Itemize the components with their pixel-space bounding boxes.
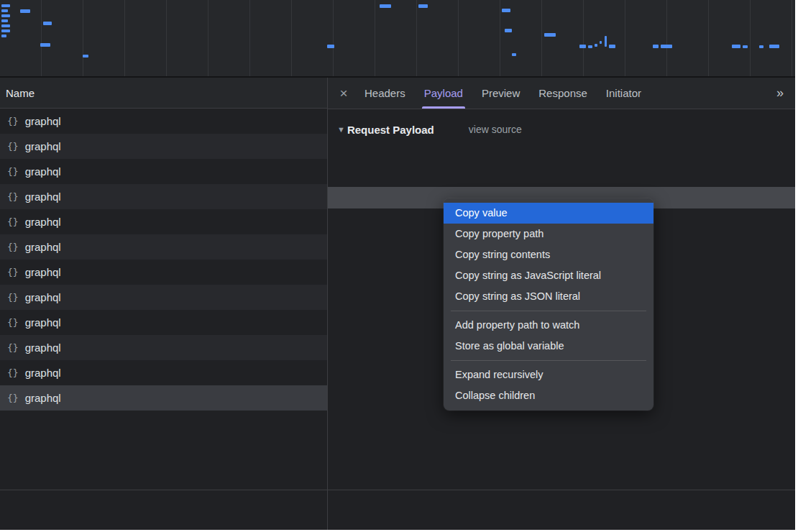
timeline-request-bar [661,45,672,48]
collapse-icon[interactable]: ▼ [337,125,345,134]
menu-item-copy-property-path[interactable]: Copy property path [444,224,653,244]
view-source-link[interactable]: view source [469,124,522,135]
context-menu: Copy value Copy property path Copy strin… [444,198,653,411]
json-icon: {} [7,267,19,278]
timeline-request-bar [769,45,779,48]
request-rows: {} graphql {} graphql {} graphql {} grap… [0,109,327,411]
menu-item-expand-recursively[interactable]: Expand recursively [444,364,653,385]
json-icon: {} [7,191,19,202]
timeline-request-bar [759,45,763,48]
request-name: graphql [25,266,61,278]
more-tabs-icon[interactable]: » [776,86,784,101]
request-name: graphql [25,216,61,228]
request-row[interactable]: {} graphql [0,159,327,184]
request-name: graphql [25,341,61,354]
timeline-request-bar [327,45,334,48]
tree-operationname-line[interactable]: operationName:"ipFlowTimeseries" [328,165,795,187]
timeline-request-bar [1,24,10,27]
tab-headers-label: Headers [364,87,405,99]
name-column-header[interactable]: Name [0,78,327,109]
name-column-label: Name [6,87,35,99]
timeline-request-bar [380,4,391,8]
json-icon: {} [7,342,19,353]
timeline-request-bar [505,29,512,32]
menu-item-copy-string-json-literal[interactable]: Copy string as JSON literal [444,286,653,307]
timeline-request-bar [605,36,607,47]
timeline-request-bar [595,44,597,47]
timeline-request-bar [40,43,50,47]
request-name: graphql [25,367,61,379]
json-icon: {} [7,216,19,227]
timeline-request-bar [1,29,10,32]
menu-item-copy-string-js-literal[interactable]: Copy string as JavaScript literal [444,265,653,286]
section-title: Request Payload [347,124,434,136]
timeline-request-bar [653,45,659,48]
request-row[interactable]: {} graphql [0,335,327,360]
tab-preview-label: Preview [482,87,520,99]
request-row-selected[interactable]: {} graphql [0,385,327,411]
timeline-request-bar [544,33,556,37]
summary-bar-divider [0,490,795,490]
menu-separator [451,360,646,361]
timeline-request-bar [609,45,615,48]
json-icon: {} [7,116,19,127]
detail-tabs-bar: × Headers Payload Preview Response Initi… [328,78,795,109]
timeline-request-bar [732,45,740,48]
json-icon: {} [7,367,19,378]
timeline-request-bar [512,53,516,56]
network-overview-timeline[interactable] [0,0,795,78]
menu-item-copy-value[interactable]: Copy value [444,203,653,224]
request-row[interactable]: {} graphql [0,184,327,209]
timeline-request-bar [1,4,10,7]
menu-separator [451,311,646,311]
tab-payload-label: Payload [424,87,463,99]
menu-item-collapse-children[interactable]: Collapse children [444,385,653,406]
json-icon: {} [7,141,19,152]
tree-root-line[interactable]: ▼{operationName: "ipFlowTimeseries", var… [328,144,795,165]
menu-item-add-property-path-to-watch[interactable]: Add property path to watch [444,315,653,336]
tab-preview[interactable]: Preview [472,78,529,109]
tab-response[interactable]: Response [529,78,597,109]
timeline-request-bar [1,9,8,12]
timeline-request-bar [1,19,8,22]
request-name: graphql [25,115,61,127]
request-name: graphql [25,241,61,253]
request-name: graphql [25,392,61,404]
request-name: graphql [25,165,61,178]
devtools-network-panel: Name {} graphql {} graphql {} graphql {}… [0,0,795,530]
timeline-request-bar [600,41,602,44]
timeline-request-bar [1,14,10,17]
request-row[interactable]: {} graphql [0,260,327,285]
request-row[interactable]: {} graphql [0,360,327,385]
json-icon: {} [7,317,19,328]
request-row[interactable]: {} graphql [0,310,327,335]
tab-headers[interactable]: Headers [355,78,415,109]
json-icon: {} [7,242,19,252]
timeline-request-bar [418,4,428,8]
request-row[interactable]: {} graphql [0,209,327,234]
request-name: graphql [25,140,61,152]
menu-item-store-as-global-variable[interactable]: Store as global variable [444,336,653,357]
tab-response-label: Response [538,87,587,99]
request-list-panel: Name {} graphql {} graphql {} graphql {}… [0,78,327,530]
close-icon[interactable]: × [332,86,355,101]
tab-payload[interactable]: Payload [415,78,472,109]
timeline-request-bar [20,9,30,13]
menu-item-copy-string-contents[interactable]: Copy string contents [444,244,653,265]
request-payload-section: ▼ Request Payload view source [328,115,795,144]
request-row[interactable]: {} graphql [0,134,327,159]
timeline-request-bar [579,45,586,48]
tab-initiator-label: Initiator [606,87,641,99]
tab-initiator[interactable]: Initiator [597,78,651,109]
timeline-request-bar [502,9,510,12]
request-row[interactable]: {} graphql [0,285,327,310]
timeline-request-bar [83,55,88,58]
json-icon: {} [7,166,19,177]
request-row[interactable]: {} graphql [0,109,327,134]
json-icon: {} [7,393,19,403]
request-name: graphql [25,316,61,329]
timeline-request-bar [588,45,592,48]
request-name: graphql [25,291,61,303]
request-row[interactable]: {} graphql [0,234,327,260]
json-icon: {} [7,292,19,303]
